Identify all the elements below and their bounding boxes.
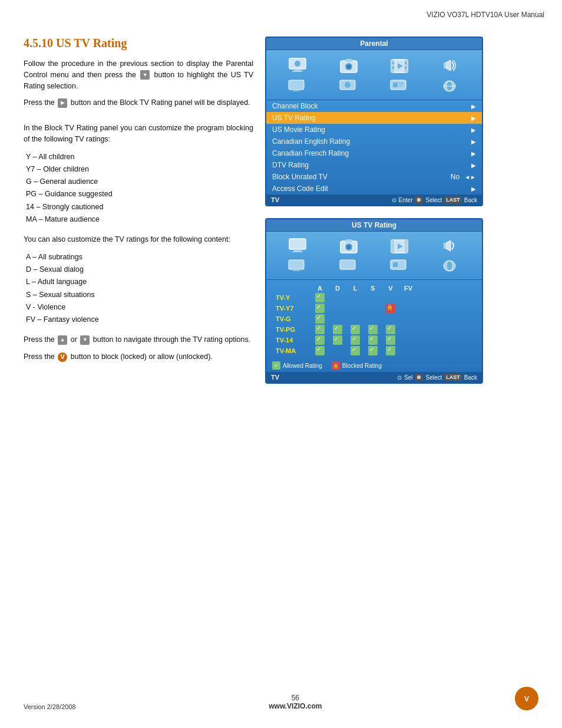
legend-allowed-label: Allowed Rating xyxy=(283,363,322,369)
row-label-tvg: TV-G xyxy=(276,315,311,322)
empty-icon xyxy=(404,293,413,302)
menu-item-arrow: ▶ xyxy=(471,127,476,133)
cell-tvg-v xyxy=(382,314,399,324)
body-para-3: In the Block TV Rating panel you can cus… xyxy=(24,123,253,145)
cell-tvy7-l xyxy=(346,304,364,313)
svg-rect-41 xyxy=(444,243,446,249)
list-item: A – All subratings xyxy=(24,251,253,263)
empty-icon xyxy=(404,335,413,345)
svg-point-3 xyxy=(295,61,300,67)
tvrating-film-icon xyxy=(388,235,411,256)
svg-rect-31 xyxy=(292,251,303,252)
cell-tvy-s xyxy=(364,293,382,302)
icon-sm-2 xyxy=(339,80,358,96)
footer-version: Version 2/28/2008 xyxy=(24,703,76,710)
list-item: 14 – Strongly cautioned xyxy=(24,201,253,213)
cell-tvg-d xyxy=(329,314,346,324)
menu-item-arrow: ▶ xyxy=(471,103,476,110)
icon-sm-1 xyxy=(288,80,307,96)
row-label-tvy: TV-Y xyxy=(276,294,311,301)
empty-icon xyxy=(404,346,413,355)
empty-icon xyxy=(368,314,378,324)
parental-menu-channel-block[interactable]: Channel Block ▶ xyxy=(266,100,482,112)
cell-tv14-v[interactable] xyxy=(382,335,399,345)
cell-tvpg-a[interactable] xyxy=(311,325,329,334)
svg-rect-18 xyxy=(289,80,304,90)
allowed-icon xyxy=(351,325,360,334)
cell-tv14-s[interactable] xyxy=(364,335,382,345)
navigate-text: Press the ▲ or ▼ button to navigate thro… xyxy=(24,334,253,345)
back-label: Back xyxy=(464,197,477,203)
svg-rect-37 xyxy=(391,240,394,253)
tvrating-speaker-icon xyxy=(439,235,462,256)
body-para-1: Follow the procedure in the previous sec… xyxy=(24,58,253,91)
cell-tvy-fv xyxy=(399,293,417,302)
svg-rect-24 xyxy=(399,83,404,84)
parental-menu-us-movie-rating[interactable]: US Movie Rating ▶ xyxy=(266,124,482,136)
menu-item-arrow: ◄► xyxy=(464,174,476,180)
parental-menu-block-unrated[interactable]: Block Unrated TV No ◄► xyxy=(266,171,482,183)
allowed-icon xyxy=(368,325,378,334)
empty-icon xyxy=(404,304,413,313)
cell-tvy-l xyxy=(346,293,364,302)
cell-tv14-l[interactable] xyxy=(346,335,364,345)
vizio-button-icon: V xyxy=(58,353,67,362)
tvrating-panel-title: US TV Rating xyxy=(266,219,482,232)
cell-tvpg-d[interactable] xyxy=(329,325,346,334)
cell-tvy-d xyxy=(329,293,346,302)
allowed-icon xyxy=(333,325,342,334)
row-label-tv14: TV-14 xyxy=(276,337,311,344)
cell-tvy7-fv xyxy=(399,304,417,313)
col-label-a: A xyxy=(311,285,329,292)
cell-tvma-v[interactable] xyxy=(382,346,399,355)
tvrating-icons-row1 xyxy=(266,232,482,258)
col-label-fv: FV xyxy=(399,285,417,292)
cell-tvma-s[interactable] xyxy=(364,346,382,355)
cell-tvy-a[interactable] xyxy=(311,293,329,302)
cell-tvy7-v[interactable] xyxy=(382,304,399,313)
menu-item-label: US Movie Rating xyxy=(272,126,325,134)
empty-icon xyxy=(333,304,342,313)
svg-marker-16 xyxy=(446,60,451,71)
tvrating-grid: A D L S V FV TV-Y xyxy=(266,281,482,359)
list-item: L – Adult language xyxy=(24,276,253,288)
block-text: Press the V button to block (locked) or … xyxy=(24,351,253,363)
select-label: Select xyxy=(425,197,442,203)
svg-rect-35 xyxy=(345,239,352,242)
parental-menu-canadian-french[interactable]: Canadian French Rating ▶ xyxy=(266,147,482,159)
empty-icon xyxy=(404,314,413,324)
parental-menu-access-code[interactable]: Access Code Edit ▶ xyxy=(266,183,482,195)
cell-tv14-a[interactable] xyxy=(311,335,329,345)
legend-allowed: ✓ Allowed Rating xyxy=(272,361,322,370)
svg-point-21 xyxy=(345,82,351,88)
parental-menu-canadian-english[interactable]: Canadian English Rating ▶ xyxy=(266,136,482,147)
empty-icon xyxy=(386,293,395,302)
blocked-icon xyxy=(386,304,395,313)
cell-tv14-d[interactable] xyxy=(329,335,346,345)
cell-tvma-a[interactable] xyxy=(311,346,329,355)
parental-menu-us-tv-rating[interactable]: US TV Rating ▶ xyxy=(266,112,482,124)
empty-icon xyxy=(368,293,378,302)
parental-icons-row2 xyxy=(266,78,482,100)
cell-tvy7-a[interactable] xyxy=(311,304,329,313)
svg-rect-13 xyxy=(405,62,406,64)
svg-point-6 xyxy=(346,64,351,69)
cell-tvma-l[interactable] xyxy=(346,346,364,355)
empty-icon xyxy=(351,314,360,324)
allowed-icon xyxy=(368,346,378,355)
list-item: S – Sexual situations xyxy=(24,289,253,301)
cell-tvpg-l[interactable] xyxy=(346,325,364,334)
menu-item-arrow: ▶ xyxy=(471,186,476,192)
list-item: D – Sexual dialog xyxy=(24,263,253,276)
cell-tvg-a[interactable] xyxy=(311,314,329,324)
cell-tvpg-v[interactable] xyxy=(382,325,399,334)
menu-item-arrow: ▶ xyxy=(471,115,476,121)
allowed-icon xyxy=(315,293,325,302)
parental-menu-dtv-rating[interactable]: DTV Rating ▶ xyxy=(266,159,482,171)
content-list: A – All subratings D – Sexual dialog L –… xyxy=(24,251,253,327)
list-item: Y – All children xyxy=(24,151,253,163)
menu-item-label: Canadian English Rating xyxy=(272,137,350,146)
empty-icon xyxy=(368,304,378,313)
tvrating-monitor-icon xyxy=(286,235,309,256)
cell-tvpg-s[interactable] xyxy=(364,325,382,334)
